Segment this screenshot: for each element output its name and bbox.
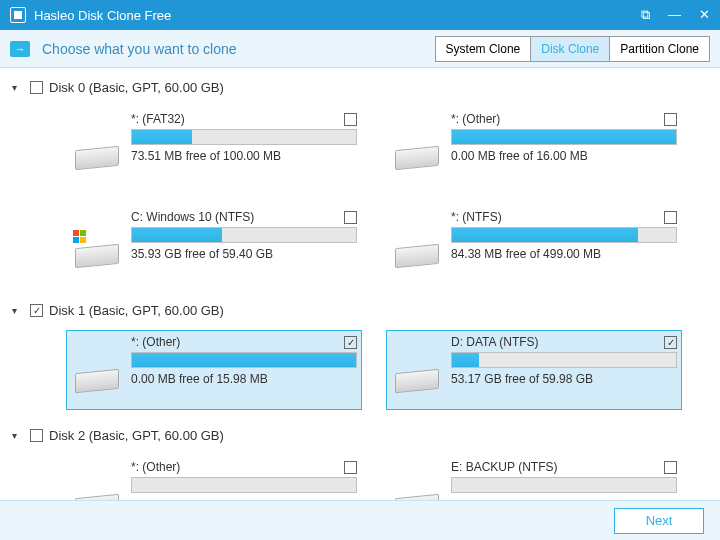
close-icon[interactable]: ✕ (699, 7, 710, 23)
partition-card[interactable]: E: BACKUP (NTFS) (386, 455, 682, 500)
usage-bar (451, 352, 677, 368)
chevron-down-icon: ▾ (12, 305, 24, 316)
tab-partition-clone[interactable]: Partition Clone (610, 37, 709, 61)
drive-icon (391, 228, 443, 280)
partition-row: *: (Other) 0.00 MB free of 15.98 MB D: D… (10, 324, 710, 422)
drive-icon (71, 228, 123, 280)
usage-bar (131, 352, 357, 368)
partition-checkbox[interactable] (344, 113, 357, 126)
disk-label: Disk 2 (Basic, GPT, 60.00 GB) (49, 428, 224, 443)
partition-name: *: (NTFS) (451, 210, 502, 224)
drive-icon (71, 478, 123, 500)
partition-row: C: Windows 10 (NTFS) 35.93 GB free of 59… (10, 199, 710, 297)
window-buttons: ⧉ — ✕ (641, 7, 710, 23)
disk-label: Disk 0 (Basic, GPT, 60.00 GB) (49, 80, 224, 95)
clone-mode-tabs: System Clone Disk Clone Partition Clone (435, 36, 710, 62)
disk-header[interactable]: ▾ Disk 0 (Basic, GPT, 60.00 GB) (10, 74, 710, 101)
partition-card[interactable]: D: DATA (NTFS) 53.17 GB free of 59.98 GB (386, 330, 682, 410)
disk-checkbox[interactable] (30, 304, 43, 317)
usage-bar (131, 477, 357, 493)
subheader: → Choose what you want to clone System C… (0, 30, 720, 68)
partition-checkbox[interactable] (664, 336, 677, 349)
app-icon (10, 7, 26, 23)
next-button[interactable]: Next (614, 508, 704, 534)
usage-bar (131, 227, 357, 243)
titlebar: Hasleo Disk Clone Free ⧉ — ✕ (0, 0, 720, 30)
partition-name: *: (Other) (131, 460, 180, 474)
disk-label: Disk 1 (Basic, GPT, 60.00 GB) (49, 303, 224, 318)
usage-bar (451, 129, 677, 145)
free-space-label: 0.00 MB free of 15.98 MB (131, 372, 357, 386)
tab-disk-clone[interactable]: Disk Clone (531, 37, 610, 61)
chevron-down-icon: ▾ (12, 430, 24, 441)
partition-card[interactable]: C: Windows 10 (NTFS) 35.93 GB free of 59… (66, 205, 362, 285)
app-title: Hasleo Disk Clone Free (34, 8, 641, 23)
partition-name: C: Windows 10 (NTFS) (131, 210, 254, 224)
partition-checkbox[interactable] (664, 113, 677, 126)
drive-icon (71, 130, 123, 182)
partition-name: *: (Other) (131, 335, 180, 349)
tab-system-clone[interactable]: System Clone (436, 37, 532, 61)
drive-icon (391, 353, 443, 405)
partition-name: *: (Other) (451, 112, 500, 126)
disk-header[interactable]: ▾ Disk 2 (Basic, GPT, 60.00 GB) (10, 422, 710, 449)
partition-checkbox[interactable] (664, 461, 677, 474)
partition-checkbox[interactable] (344, 336, 357, 349)
disk-checkbox[interactable] (30, 81, 43, 94)
partition-row: *: (FAT32) 73.51 MB free of 100.00 MB *:… (10, 101, 710, 199)
free-space-label: 84.38 MB free of 499.00 MB (451, 247, 677, 261)
footer: Next (0, 500, 720, 540)
partition-card[interactable]: *: (Other) 0.00 MB free of 15.98 MB (66, 330, 362, 410)
windows-logo-icon (73, 230, 87, 243)
drive-icon (391, 130, 443, 182)
free-space-label: 53.17 GB free of 59.98 GB (451, 372, 677, 386)
disk-list[interactable]: ▾ Disk 0 (Basic, GPT, 60.00 GB) *: (FAT3… (0, 68, 720, 500)
usage-bar (451, 477, 677, 493)
partition-checkbox[interactable] (344, 211, 357, 224)
partition-card[interactable]: *: (Other) (66, 455, 362, 500)
minimize-icon[interactable]: — (668, 7, 681, 23)
drive-icon (391, 478, 443, 500)
free-space-label: 0.00 MB free of 16.00 MB (451, 149, 677, 163)
disk-checkbox[interactable] (30, 429, 43, 442)
free-space-label: 73.51 MB free of 100.00 MB (131, 149, 357, 163)
partition-card[interactable]: *: (Other) 0.00 MB free of 16.00 MB (386, 107, 682, 187)
usage-bar (451, 227, 677, 243)
partition-name: D: DATA (NTFS) (451, 335, 539, 349)
drive-icon (71, 353, 123, 405)
usage-bar (131, 129, 357, 145)
free-space-label: 35.93 GB free of 59.40 GB (131, 247, 357, 261)
restore-icon[interactable]: ⧉ (641, 7, 650, 23)
partition-card[interactable]: *: (NTFS) 84.38 MB free of 499.00 MB (386, 205, 682, 285)
chevron-down-icon: ▾ (12, 82, 24, 93)
partition-row: *: (Other) E: BACKUP (NTFS) (10, 449, 710, 500)
partition-card[interactable]: *: (FAT32) 73.51 MB free of 100.00 MB (66, 107, 362, 187)
disk-header[interactable]: ▾ Disk 1 (Basic, GPT, 60.00 GB) (10, 297, 710, 324)
partition-checkbox[interactable] (344, 461, 357, 474)
step-text: Choose what you want to clone (42, 41, 435, 57)
partition-checkbox[interactable] (664, 211, 677, 224)
partition-name: E: BACKUP (NTFS) (451, 460, 557, 474)
partition-name: *: (FAT32) (131, 112, 185, 126)
step-icon: → (10, 41, 30, 57)
